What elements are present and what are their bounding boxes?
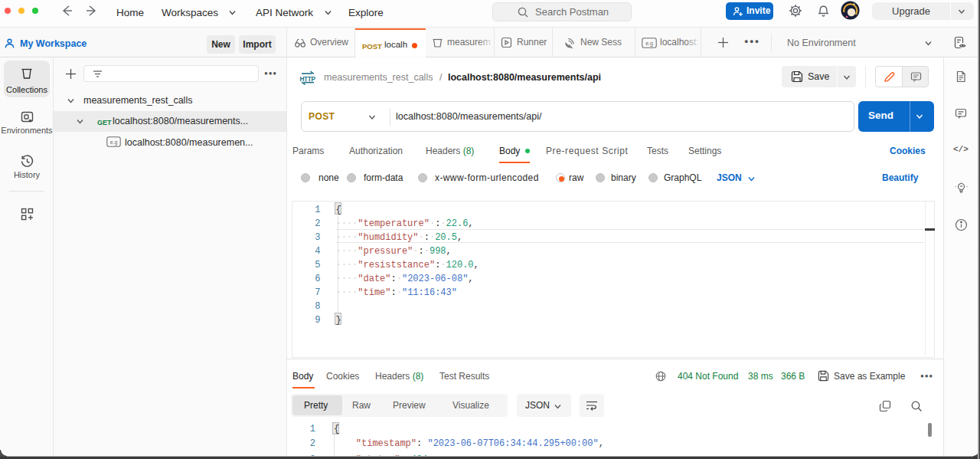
svg-text:HTTP: HTTP [300,76,316,83]
svg-text:e.g: e.g [110,139,118,146]
svg-text:e.g: e.g [645,41,653,47]
